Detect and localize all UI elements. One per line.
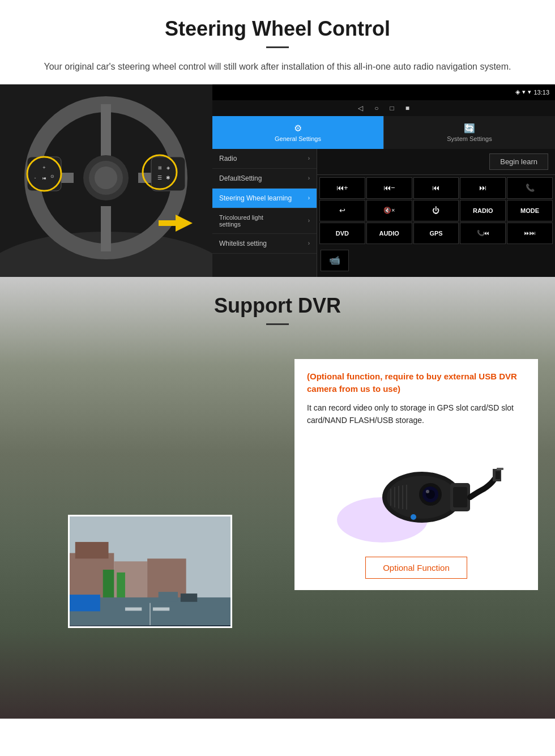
ctrl-prev[interactable]: ⏮ <box>413 177 459 199</box>
menu-item-default[interactable]: DefaultSetting › <box>212 169 317 189</box>
begin-learn-row: Begin learn <box>317 149 555 175</box>
android-nav-bar: ◁ ○ □ ■ <box>212 100 555 116</box>
ctrl-vol-up[interactable]: ⏮+ <box>319 177 365 199</box>
control-grid: ⏮+ ⏮− ⏮ ⏭ 📞 ↩ 🔇× ⏻ RADIO MODE DVD AUDI <box>317 175 555 246</box>
home-nav-icon[interactable]: ○ <box>374 104 378 112</box>
general-settings-label: General Settings <box>275 135 321 142</box>
back-nav-icon[interactable]: ◁ <box>358 104 363 112</box>
steering-wheel-image: + - ⏮ ⊙ ⊞ ◈ ☰ ✱ <box>0 84 212 277</box>
general-settings-icon: ⚙ <box>294 123 302 134</box>
dvr-info-box: (Optional function, require to buy exter… <box>294 359 538 591</box>
settings-tabs: ⚙ General Settings 🔄 System Settings <box>212 116 555 149</box>
tab-general-settings[interactable]: ⚙ General Settings <box>212 116 383 149</box>
svg-rect-32 <box>103 570 114 597</box>
ctrl-audio[interactable]: AUDIO <box>366 223 412 244</box>
ctrl-back[interactable]: ↩ <box>319 200 365 221</box>
svg-rect-33 <box>117 572 125 597</box>
menu-radio-chevron: › <box>308 155 310 161</box>
menu-whitelist-chevron: › <box>308 240 310 246</box>
svg-text:⊙: ⊙ <box>50 174 54 179</box>
svg-text:+: + <box>42 165 45 170</box>
title-divider <box>266 46 289 48</box>
status-time: 13:13 <box>533 89 549 96</box>
ctrl-vol-down[interactable]: ⏮− <box>366 177 412 199</box>
record-nav-icon[interactable]: ■ <box>405 104 409 112</box>
menu-steering-chevron: › <box>308 195 310 201</box>
svg-rect-35 <box>181 593 197 602</box>
android-panel: ◈ ▾ ▾ 13:13 ◁ ○ □ ■ ⚙ General Settings <box>212 84 555 277</box>
svg-text:◈: ◈ <box>166 165 170 170</box>
ctrl-radio[interactable]: RADIO <box>460 200 506 221</box>
menu-item-radio[interactable]: Radio › <box>212 149 317 169</box>
svg-rect-51 <box>453 487 467 507</box>
ctrl-mute[interactable]: 🔇× <box>366 200 412 221</box>
menu-tricoloured-chevron: › <box>308 217 310 224</box>
svg-rect-53 <box>497 468 503 470</box>
ctrl-power[interactable]: ⏻ <box>413 200 459 221</box>
svg-rect-31 <box>153 607 169 610</box>
optional-function-button[interactable]: Optional Function <box>365 557 467 579</box>
svg-rect-26 <box>75 542 109 558</box>
ctrl-dvr[interactable]: 📹 <box>321 250 349 271</box>
dvr-screenshot-thumbnail <box>68 515 232 628</box>
menu-tricoloured-label: Tricoloured lightsettings <box>219 214 263 228</box>
steering-demo: + - ⏮ ⊙ ⊞ ◈ ☰ ✱ <box>0 84 555 277</box>
svg-text:⊞: ⊞ <box>158 165 162 170</box>
settings-menu: Radio › DefaultSetting › Steering Wheel … <box>212 149 317 277</box>
location-icon: ◈ <box>515 88 520 96</box>
section-dvr: Support DVR <box>0 277 555 719</box>
svg-text:✱: ✱ <box>166 175 170 181</box>
ctrl-mode[interactable]: MODE <box>507 200 553 221</box>
svg-point-9 <box>95 166 117 189</box>
dvr-title-divider <box>266 323 289 325</box>
begin-learn-button[interactable]: Begin learn <box>489 153 548 170</box>
menu-item-steering[interactable]: Steering Wheel learning › <box>212 189 317 208</box>
ctrl-next-next[interactable]: ⏭⏭ <box>507 223 553 244</box>
tab-system-settings[interactable]: 🔄 System Settings <box>383 116 555 149</box>
steering-controls-panel: Begin learn ⏮+ ⏮− ⏮ ⏭ 📞 ↩ 🔇× ⏻ RADIO <box>317 149 555 277</box>
system-settings-icon: 🔄 <box>464 123 475 134</box>
menu-radio-label: Radio <box>219 155 237 163</box>
menu-item-whitelist[interactable]: Whitelist setting › <box>212 234 317 254</box>
svg-text:⏮: ⏮ <box>42 176 46 180</box>
dvr-screenshot-bg <box>70 516 230 626</box>
ctrl-call-prev[interactable]: 📞⏮ <box>460 223 506 244</box>
menu-default-chevron: › <box>308 175 310 181</box>
android-status-bar: ◈ ▾ ▾ 13:13 <box>212 84 555 100</box>
section-subtitle: Your original car's steering wheel contr… <box>0 59 555 84</box>
dvr-icon-row: 📹 <box>317 246 555 275</box>
ctrl-next[interactable]: ⏭ <box>460 177 506 199</box>
dvr-desc-text: It can record video only to storage in G… <box>307 402 526 427</box>
svg-rect-36 <box>70 595 100 611</box>
svg-rect-52 <box>496 471 500 479</box>
svg-text:☰: ☰ <box>157 175 162 181</box>
dvr-camera-image <box>307 435 526 548</box>
svg-rect-15 <box>151 157 185 191</box>
system-settings-label: System Settings <box>447 135 492 142</box>
ctrl-gps[interactable]: GPS <box>413 223 459 244</box>
ctrl-dvd[interactable]: DVD <box>319 223 365 244</box>
svg-text:-: - <box>35 175 36 181</box>
signal-icon: ▾ <box>528 88 531 96</box>
section-steering: Steering Wheel Control Your original car… <box>0 0 555 277</box>
menu-default-label: DefaultSetting <box>219 174 262 182</box>
dvr-title: Support DVR <box>0 294 555 318</box>
menu-steering-label: Steering Wheel learning <box>219 194 292 202</box>
dvr-optional-text: (Optional function, require to buy exter… <box>307 370 526 396</box>
settings-content: Radio › DefaultSetting › Steering Wheel … <box>212 149 555 277</box>
menu-whitelist-label: Whitelist setting <box>219 240 267 247</box>
svg-point-54 <box>411 514 416 520</box>
svg-rect-34 <box>159 592 178 602</box>
ctrl-call[interactable]: 📞 <box>507 177 553 199</box>
page-title: Steering Wheel Control <box>34 17 521 41</box>
dvr-title-area: Support DVR <box>0 277 555 336</box>
svg-rect-30 <box>125 607 142 610</box>
recent-nav-icon[interactable]: □ <box>390 104 394 112</box>
menu-item-tricoloured[interactable]: Tricoloured lightsettings › <box>212 208 317 234</box>
svg-rect-23 <box>159 220 176 226</box>
wifi-icon: ▾ <box>522 88 526 96</box>
svg-point-44 <box>426 490 429 493</box>
